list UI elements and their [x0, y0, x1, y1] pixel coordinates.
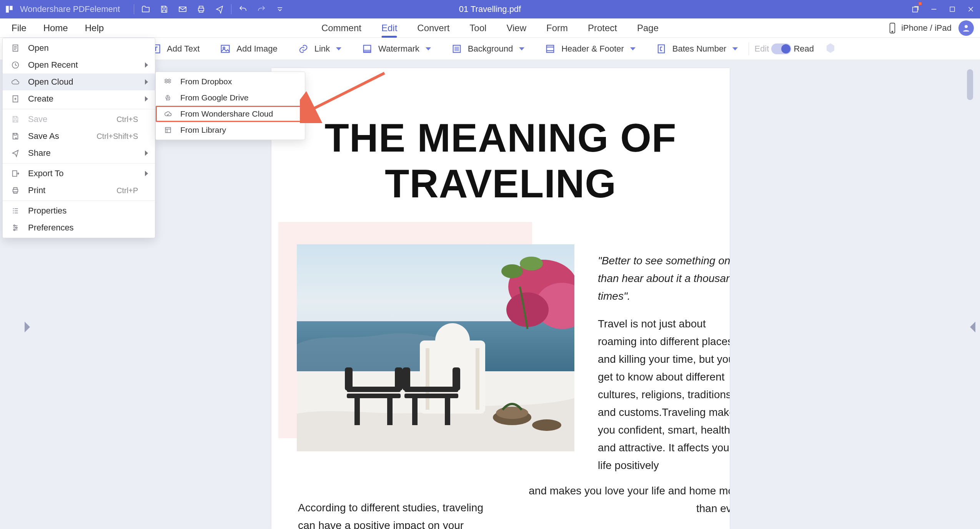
- svg-point-27: [532, 419, 561, 431]
- tab-comment[interactable]: Comment: [311, 18, 371, 38]
- chevron-right-icon: [145, 150, 148, 156]
- scrollbar-thumb[interactable]: [967, 69, 973, 100]
- document-title: 01 Travelling.pdf: [459, 4, 521, 14]
- menu-divider: [3, 109, 155, 109]
- save-icon: [10, 113, 21, 125]
- file-menu-save: SaveCtrl+S: [3, 111, 155, 128]
- file-menu-print[interactable]: PrintCtrl+P: [3, 182, 155, 199]
- file-menu-share[interactable]: Share: [3, 145, 155, 162]
- submenu-dropbox[interactable]: From Dropbox: [156, 73, 305, 90]
- share-icon[interactable]: [210, 0, 229, 18]
- quick-access-dropdown-icon[interactable]: [271, 0, 289, 18]
- separator: [749, 42, 749, 55]
- svg-rect-37: [404, 394, 458, 398]
- svg-rect-11: [364, 50, 371, 52]
- tab-tool[interactable]: Tool: [459, 18, 496, 38]
- chevron-right-icon: [145, 62, 148, 68]
- tab-page[interactable]: Page: [627, 18, 669, 38]
- open-cloud-submenu: From DropboxFrom Google DriveFrom Wonder…: [155, 72, 305, 140]
- svg-point-6: [965, 25, 968, 28]
- svg-rect-23: [426, 348, 429, 410]
- library-icon: [163, 125, 173, 135]
- menu-divider: [3, 200, 155, 201]
- shortcut-label: Ctrl+S: [116, 115, 138, 124]
- open-file-icon[interactable]: [136, 0, 155, 18]
- iphone-ipad-button[interactable]: iPhone / iPad: [888, 22, 952, 34]
- separator: [231, 4, 231, 14]
- menu-file[interactable]: File: [3, 18, 35, 38]
- svg-rect-4: [890, 23, 895, 33]
- svg-rect-32: [345, 367, 353, 390]
- open-cloud-icon: [10, 76, 21, 88]
- left-panel-toggle-icon[interactable]: [25, 322, 30, 332]
- edit-read-toggle[interactable]: [771, 43, 791, 54]
- menu-home[interactable]: Home: [35, 18, 77, 38]
- file-menu-properties[interactable]: Properties: [3, 202, 155, 219]
- export-to-icon: [10, 168, 21, 179]
- svg-rect-30: [347, 387, 401, 392]
- submenu-wscloud[interactable]: From Wondershare Cloud: [156, 106, 305, 122]
- submenu-library[interactable]: From Library: [156, 122, 305, 138]
- page-paragraph: and makes you love your life and home mo…: [511, 482, 730, 517]
- page-headline: THE MEANING OF TRAVELING: [271, 115, 730, 207]
- tool-watermark[interactable]: Watermark: [355, 38, 436, 60]
- pdf-page: THE MEANING OF TRAVELING: [271, 68, 730, 529]
- tab-view[interactable]: View: [496, 18, 536, 38]
- svg-rect-1: [198, 8, 204, 11]
- print-icon[interactable]: [192, 0, 210, 18]
- header-footer-icon: [544, 42, 557, 55]
- save-as-icon: [10, 130, 21, 142]
- preferences-icon: [10, 222, 21, 234]
- chevron-down-icon: [519, 47, 524, 50]
- dropbox-icon: [163, 76, 173, 87]
- redo-icon[interactable]: [252, 0, 271, 18]
- svg-rect-31: [347, 394, 401, 398]
- tab-edit[interactable]: Edit: [371, 18, 407, 38]
- popout-icon[interactable]: [906, 0, 925, 18]
- file-menu-create[interactable]: Create: [3, 90, 155, 107]
- svg-rect-50: [13, 189, 18, 192]
- undo-icon[interactable]: [234, 0, 252, 18]
- submenu-gdrive[interactable]: From Google Drive: [156, 90, 305, 106]
- svg-rect-39: [453, 367, 460, 390]
- svg-point-44: [520, 257, 543, 270]
- menu-help[interactable]: Help: [77, 18, 112, 38]
- file-menu-export-to[interactable]: Export To: [3, 165, 155, 182]
- save-icon[interactable]: [155, 0, 173, 18]
- tool-header-footer[interactable]: Header & Footer: [538, 38, 641, 60]
- file-menu-preferences[interactable]: Preferences: [3, 219, 155, 236]
- iphone-ipad-label: iPhone / iPad: [901, 23, 952, 33]
- mode-edit-label: Edit: [754, 44, 769, 54]
- close-button[interactable]: [962, 0, 980, 18]
- tool-bates[interactable]: Bates Number: [649, 38, 744, 60]
- tab-form[interactable]: Form: [536, 18, 578, 38]
- svg-rect-36: [404, 387, 458, 392]
- watermark-icon: [361, 42, 374, 55]
- maximize-button[interactable]: [943, 0, 962, 18]
- minimize-button[interactable]: [925, 0, 943, 18]
- tool-link[interactable]: Link: [291, 38, 347, 60]
- app-name: Wondershare PDFelement: [20, 4, 120, 14]
- chevron-down-icon: [732, 47, 738, 50]
- file-menu-save-as[interactable]: Save AsCtrl+Shift+S: [3, 128, 155, 145]
- user-avatar-icon[interactable]: [958, 20, 974, 36]
- app-logo-icon: [0, 0, 18, 18]
- settings-gear-icon[interactable]: [825, 42, 836, 55]
- tab-protect[interactable]: Protect: [578, 18, 627, 38]
- chevron-right-icon: [145, 96, 148, 102]
- tool-add-image[interactable]: Add Image: [213, 38, 283, 60]
- separator: [134, 4, 134, 14]
- svg-rect-38: [403, 367, 410, 390]
- create-icon: [10, 93, 21, 105]
- mail-icon[interactable]: [173, 0, 192, 18]
- svg-marker-18: [827, 43, 834, 53]
- file-menu-open-recent[interactable]: Open Recent: [3, 57, 155, 73]
- file-menu-open[interactable]: Open: [3, 40, 155, 57]
- chevron-right-icon: [145, 171, 148, 176]
- file-menu-open-cloud[interactable]: Open Cloud: [3, 73, 155, 90]
- right-panel-toggle-icon[interactable]: [970, 322, 975, 332]
- tab-convert[interactable]: Convert: [407, 18, 459, 38]
- chevron-down-icon: [630, 47, 636, 50]
- tool-background[interactable]: Background: [445, 38, 530, 60]
- wscloud-icon: [163, 108, 173, 119]
